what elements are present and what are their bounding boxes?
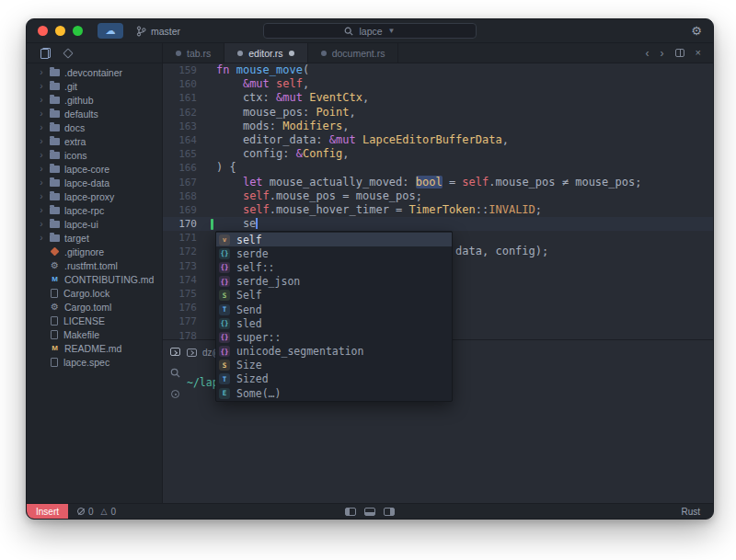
tree-item-.github[interactable]: ›.github	[27, 93, 162, 107]
errors-icon	[77, 508, 85, 515]
language-indicator[interactable]: Rust	[681, 507, 713, 517]
code-text: mouse_pos: Point,	[216, 106, 356, 120]
tree-item-.git[interactable]: ›.git	[27, 79, 162, 93]
command-palette-button[interactable]: lapce ▼	[263, 23, 477, 39]
tab-document.rs[interactable]: document.rs	[308, 43, 399, 63]
tree-item-Cargo.toml[interactable]: ⚙Cargo.toml	[27, 300, 162, 314]
navigate-forward-icon[interactable]: ›	[661, 48, 664, 59]
completion-item-serde_json[interactable]: {}serde_json	[216, 275, 452, 289]
chevron-right-icon: ›	[38, 123, 45, 132]
line-number: 168	[163, 189, 209, 203]
git-change-marker	[211, 219, 213, 230]
code-line-159[interactable]: 159fn mouse_move(	[163, 63, 713, 77]
completion-label: Self	[236, 289, 262, 302]
tree-item-label: .github	[64, 95, 94, 106]
split-editor-icon[interactable]	[675, 49, 684, 57]
tree-item-target[interactable]: ›target	[27, 231, 162, 245]
completion-item-super::[interactable]: {}super::	[216, 330, 452, 344]
code-line-164[interactable]: 164 editor_data: &mut LapceEditorBufferD…	[163, 133, 713, 147]
chevron-right-icon: ›	[38, 192, 45, 201]
completion-kind-icon: S	[219, 290, 230, 301]
tree-item-defaults[interactable]: ›defaults	[27, 107, 162, 120]
code-line-162[interactable]: 162 mouse_pos: Point,	[163, 106, 713, 120]
warning-count: 0	[111, 507, 117, 517]
completion-item-Sized[interactable]: TSized	[216, 372, 452, 386]
code-line-160[interactable]: 160 &mut self,	[163, 77, 713, 91]
navigate-back-icon[interactable]: ‹	[646, 48, 650, 59]
line-number: 170	[163, 217, 209, 231]
tree-item-docs[interactable]: ›docs	[27, 120, 162, 134]
tab-tab.rs[interactable]: tab.rs	[163, 43, 224, 63]
tree-item-lapce-ui[interactable]: ›lapce-ui	[27, 217, 162, 231]
git-branch-indicator[interactable]: master	[136, 26, 180, 37]
code-line-170[interactable]: 170 se	[163, 217, 713, 231]
completion-item-serde[interactable]: {}serde	[216, 246, 452, 260]
tree-item-icons[interactable]: ›icons	[27, 148, 162, 162]
cloud-icon: ☁	[106, 26, 116, 36]
plugin-icon[interactable]	[63, 48, 73, 58]
completion-item-Some(…)[interactable]: ESome(…)	[216, 386, 452, 400]
settings-button[interactable]: ⚙	[691, 25, 702, 37]
tree-item-extra[interactable]: ›extra	[27, 134, 162, 148]
completion-label: Sized	[236, 372, 269, 385]
minimize-window-button[interactable]	[55, 26, 65, 36]
tree-item-label: lapce-data	[64, 177, 109, 189]
toggle-right-panel-icon[interactable]	[384, 508, 395, 516]
tree-item-CONTRIBUTING.md[interactable]: MCONTRIBUTING.md	[27, 272, 162, 286]
completion-item-Self[interactable]: SSelf	[216, 289, 452, 303]
code-line-161[interactable]: 161 ctx: &mut EventCtx,	[163, 91, 713, 105]
tree-item-.devcontainer[interactable]: ›.devcontainer	[27, 65, 162, 79]
code-line-167[interactable]: 167 let mouse_actually_moved: bool = sel…	[163, 176, 713, 189]
toggle-bottom-panel-icon[interactable]	[364, 508, 375, 516]
tree-item-README.md[interactable]: MREADME.md	[27, 341, 162, 355]
problems-panel-icon[interactable]	[171, 390, 179, 398]
tree-item-lapce-data[interactable]: ›lapce-data	[27, 176, 162, 189]
tree-item-lapce-proxy[interactable]: ›lapce-proxy	[27, 189, 162, 203]
chevron-right-icon: ›	[38, 220, 45, 229]
completion-kind-icon: T	[219, 304, 230, 315]
code-line-168[interactable]: 168 self.mouse_pos = mouse_pos;	[163, 189, 713, 203]
file-explorer-icon[interactable]	[40, 48, 51, 59]
line-number: 174	[163, 273, 209, 287]
code-line-166[interactable]: 166) {	[163, 161, 713, 175]
completion-kind-icon: {}	[219, 332, 230, 343]
completion-item-unicode_segmentation[interactable]: {}unicode_segmentation	[216, 345, 452, 359]
close-icon[interactable]: ×	[696, 48, 701, 58]
chevron-right-icon: ›	[38, 178, 45, 188]
remote-connection-button[interactable]: ☁	[98, 23, 123, 39]
toggle-left-panel-icon[interactable]	[345, 508, 356, 516]
code-line-165[interactable]: 165 config: &Config,	[163, 147, 713, 161]
code-line-169[interactable]: 169 self.mouse_hover_timer = TimerToken:…	[163, 203, 713, 217]
completion-item-Send[interactable]: TSend	[216, 303, 452, 316]
search-panel-icon[interactable]	[170, 368, 180, 378]
tree-item-lapce-rpc[interactable]: ›lapce-rpc	[27, 203, 162, 217]
chevron-down-icon: ▼	[388, 27, 396, 35]
code-line-163[interactable]: 163 mods: Modifiers,	[163, 120, 713, 133]
tree-item-label: lapce-proxy	[64, 191, 114, 202]
zoom-window-button[interactable]	[73, 26, 83, 36]
diagnostics[interactable]: 0 △ 0	[77, 507, 120, 517]
close-window-button[interactable]	[38, 26, 48, 36]
folder-icon	[50, 124, 60, 131]
terminal-icon[interactable]	[170, 348, 180, 356]
tree-item-.rustfmt.toml[interactable]: ⚙.rustfmt.toml	[27, 258, 162, 272]
tree-item-label: .devcontainer	[64, 67, 122, 78]
line-number: 172	[163, 245, 209, 258]
tree-item-LICENSE[interactable]: LICENSE	[27, 314, 162, 327]
completion-label: Send	[236, 303, 262, 316]
completion-item-self::[interactable]: {}self::	[216, 260, 452, 274]
tree-item-lapce.spec[interactable]: lapce.spec	[27, 355, 162, 369]
tree-item-.gitignore[interactable]: .gitignore	[27, 245, 162, 258]
tab-editor.rs[interactable]: editor.rs	[224, 43, 307, 63]
completion-item-self[interactable]: vself	[216, 233, 452, 246]
tree-item-Makefile[interactable]: Makefile	[27, 327, 162, 341]
code-text: se	[216, 217, 258, 231]
chevron-right-icon: ›	[38, 206, 45, 215]
editor-mode-badge[interactable]: Insert	[27, 504, 68, 519]
completion-item-Size[interactable]: SSize	[216, 359, 452, 372]
completion-item-sled[interactable]: {}sled	[216, 316, 452, 330]
tree-item-label: .gitignore	[64, 246, 104, 257]
line-number: 162	[163, 106, 209, 120]
tree-item-Cargo.lock[interactable]: Cargo.lock	[27, 286, 162, 300]
tree-item-lapce-core[interactable]: ›lapce-core	[27, 162, 162, 176]
